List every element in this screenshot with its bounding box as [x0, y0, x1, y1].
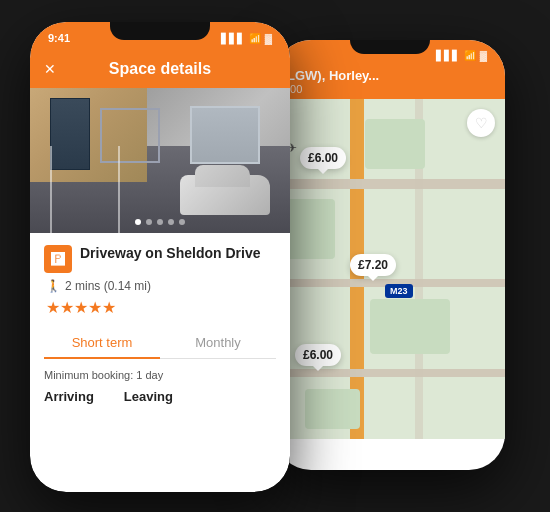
header-title: Space details [109, 60, 211, 78]
phone-main: 9:41 ▋▋▋ 📶 ▓ ✕ Space details [30, 22, 290, 492]
map-area: ♡ M23 ✈ £6.00 £7.20 £6.00 [275, 99, 505, 439]
back-title: LGW), Horley... [287, 68, 493, 83]
heart-icon: ♡ [475, 115, 488, 131]
arriving-leaving-row: Arriving Leaving [44, 389, 276, 404]
walk-icon: 🚶 [46, 279, 61, 293]
distance-text: 2 mins (0.14 mi) [65, 279, 151, 293]
signal-icon-back: ▋▋▋ [436, 50, 460, 61]
garage-door-right [190, 106, 260, 164]
battery-icon-main: ▓ [265, 33, 272, 44]
wifi-icon-back: 📶 [464, 50, 476, 61]
signal-icon-main: ▋▋▋ [221, 33, 245, 44]
status-icons-main: ▋▋▋ 📶 ▓ [221, 33, 272, 44]
listing-type-icon: 🅿 [44, 245, 72, 273]
phone-back: ▋▋▋ 📶 ▓ LGW), Horley... :00 [275, 40, 505, 470]
battery-icon-back: ▓ [480, 50, 487, 61]
status-icons-back: ▋▋▋ 📶 ▓ [436, 50, 487, 61]
property-image[interactable] [30, 88, 290, 233]
tab-short-term[interactable]: Short term [44, 327, 160, 358]
tab-monthly[interactable]: Monthly [160, 327, 276, 358]
motorway-badge: M23 [385, 284, 413, 298]
dot-4[interactable] [168, 219, 174, 225]
star-rating: ★★★★★ [46, 298, 276, 317]
status-time: 9:41 [48, 32, 70, 44]
listing-title: Driveway on Sheldon Drive [80, 245, 261, 262]
price-badge-2[interactable]: £7.20 [350, 254, 396, 276]
dot-2[interactable] [146, 219, 152, 225]
price-3-value: £6.00 [303, 348, 333, 362]
main-header: ✕ Space details [30, 50, 290, 88]
back-subtitle: :00 [287, 83, 493, 95]
heart-button[interactable]: ♡ [467, 109, 495, 137]
notch-main [110, 22, 210, 40]
dot-5[interactable] [179, 219, 185, 225]
back-header: LGW), Horley... :00 [275, 64, 505, 99]
map-green-1 [365, 119, 425, 169]
price-2-value: £7.20 [358, 258, 388, 272]
notch-back [350, 40, 430, 54]
map-road-h1 [275, 179, 505, 189]
parking-icon: 🅿 [51, 251, 65, 267]
close-button[interactable]: ✕ [44, 61, 56, 77]
parking-lines [50, 146, 120, 233]
tab-short-term-label: Short term [72, 335, 133, 350]
image-dots [135, 219, 185, 225]
listing-header: 🅿 Driveway on Sheldon Drive [44, 245, 276, 273]
map-road-h3 [275, 369, 505, 377]
leaving-label: Leaving [124, 389, 173, 404]
map-green-4 [305, 389, 360, 429]
driveway-visual [30, 88, 290, 233]
price-badge-3[interactable]: £6.00 [295, 344, 341, 366]
map-green-3 [370, 299, 450, 354]
tab-monthly-label: Monthly [195, 335, 241, 350]
arriving-label: Arriving [44, 389, 94, 404]
scene: ▋▋▋ 📶 ▓ LGW), Horley... :00 [0, 0, 550, 512]
price-badge-1[interactable]: £6.00 [300, 147, 346, 169]
wifi-icon-main: 📶 [249, 33, 261, 44]
minimum-booking: Minimum booking: 1 day [44, 369, 276, 381]
listing-distance: 🚶 2 mins (0.14 mi) [46, 279, 276, 293]
car [180, 175, 270, 215]
booking-tabs: Short term Monthly [44, 327, 276, 359]
content-area: 🅿 Driveway on Sheldon Drive 🚶 2 mins (0.… [30, 233, 290, 414]
map-background: ♡ M23 ✈ £6.00 £7.20 £6.00 [275, 99, 505, 439]
price-1-value: £6.00 [308, 151, 338, 165]
dot-1[interactable] [135, 219, 141, 225]
dot-3[interactable] [157, 219, 163, 225]
